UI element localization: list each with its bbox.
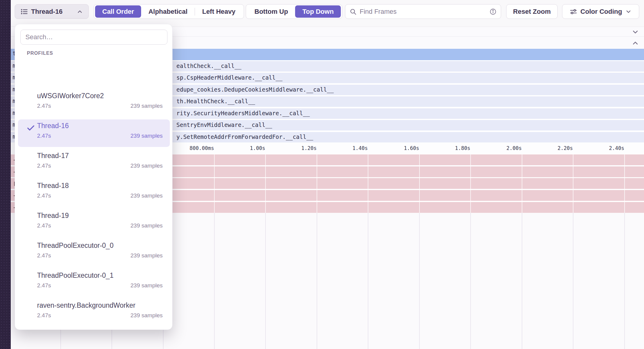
thread-option-duration: 2.47s [37, 252, 51, 259]
thread-option-name: raven-sentry.BackgroundWorker [37, 301, 135, 309]
color-coding-label: Color Coding [580, 8, 622, 16]
axis-tick: 2.00s [464, 145, 522, 151]
gridline [368, 154, 368, 213]
thread-option-duration: 2.47s [37, 222, 51, 229]
frame-text: th.HealthCheck.__call__ [176, 98, 255, 104]
thread-option-samples: 239 samples [130, 103, 163, 109]
axis-tick: 1.20s [259, 145, 317, 151]
gridline [214, 213, 215, 349]
search-icon [350, 8, 357, 15]
dropdown-search-input[interactable] [25, 33, 162, 41]
frame-text: rity.SecurityHeadersMiddleware.__call__ [176, 110, 310, 116]
gridline [214, 154, 215, 213]
thread-option[interactable]: Thread-19 2.47s 239 samples [18, 209, 170, 237]
axis-tick: 2.20s [515, 145, 573, 151]
thread-option[interactable]: Thread-18 2.47s 239 samples [18, 179, 170, 207]
gridline [317, 154, 317, 213]
thread-option-name: ThreadPoolExecutor-0_0 [37, 242, 114, 250]
frame-text: ealthCheck.__call__ [176, 63, 241, 69]
thread-option-name: Thread-17 [37, 152, 69, 160]
gridline [470, 154, 471, 213]
gridline [419, 154, 420, 213]
thread-option[interactable]: uWSGIWorker7Core2 2.47s 239 samples [18, 89, 170, 117]
thread-option[interactable]: ThreadPoolExecutor-0_1 2.47s 239 samples [18, 269, 170, 297]
axis-tick: 1.60s [361, 145, 419, 151]
axis-tick: 1.00s [207, 145, 265, 151]
frame-text: SentryEnvMiddleware.__call__ [176, 122, 272, 128]
thread-option-duration: 2.47s [37, 312, 51, 319]
thread-option-duration: 2.47s [37, 133, 51, 139]
gridline [624, 213, 625, 349]
gridline [573, 213, 573, 349]
thread-option-selected[interactable]: Thread-16 2.47s 239 samples [18, 119, 170, 147]
dropdown-section-label: PROFILES [27, 51, 53, 56]
thread-selector-button[interactable]: Thread-16 [15, 4, 89, 19]
toolbar: Thread-16 Call Order Alphabetical Left H… [11, 0, 644, 27]
dropdown-search [20, 30, 167, 45]
thread-option-samples: 239 samples [130, 192, 163, 199]
thread-option-samples: 239 samples [130, 312, 163, 319]
gridline [624, 154, 625, 213]
thread-option-samples: 239 samples [130, 133, 163, 139]
frame-text: edupe_cookies.DedupeCookiesMiddleware.__… [176, 86, 334, 93]
list-icon [20, 8, 28, 16]
segment-top-down[interactable]: Top Down [295, 5, 341, 18]
axis-tick: 1.40s [310, 145, 368, 151]
chevron-down-icon [625, 8, 632, 15]
gridline [265, 213, 266, 349]
thread-option-duration: 2.47s [37, 192, 51, 199]
thread-option-name: Thread-16 [37, 122, 69, 130]
thread-option-duration: 2.47s [37, 282, 51, 289]
gridline [419, 213, 420, 349]
gridline [317, 213, 317, 349]
thread-option[interactable]: Thread-17 2.47s 239 samples [18, 149, 170, 177]
thread-option[interactable]: ThreadPoolExecutor-0_0 2.47s 239 samples [18, 239, 170, 267]
gridline [368, 213, 368, 349]
chevron-down-icon[interactable] [631, 28, 639, 36]
thread-selector-dropdown: PROFILES uWSGIWorker7Core2 2.47s 239 sam… [15, 24, 173, 330]
thread-option-name: uWSGIWorker7Core2 [37, 92, 104, 100]
reset-zoom-label: Reset Zoom [513, 8, 551, 16]
find-frames-input[interactable] [360, 8, 486, 16]
gridline [573, 154, 573, 213]
thread-option-name: Thread-18 [37, 182, 69, 190]
thread-option-samples: 239 samples [130, 252, 163, 259]
frame-text: sp.CspHeaderMiddleware.__call__ [176, 74, 283, 81]
sort-segmented-control: Call Order Alphabetical Left Heavy [94, 4, 244, 19]
gridline [265, 154, 266, 213]
thread-option[interactable]: raven-sentry.BackgroundWorker 2.47s 239 … [18, 299, 170, 327]
reset-zoom-button[interactable]: Reset Zoom [506, 4, 558, 19]
profiler-main: Thread-16 Call Order Alphabetical Left H… [11, 0, 644, 349]
frame-text: y.SetRemoteAddrFromForwardedFor.__call__ [176, 133, 313, 140]
thread-option[interactable]: raven-sentry.BackgroundWorker 2.47s 239 … [18, 329, 170, 330]
gridline [470, 213, 471, 349]
thread-option-samples: 239 samples [130, 222, 163, 229]
thread-option-duration: 2.47s [37, 163, 51, 169]
gridline [522, 213, 522, 349]
thread-option-name: ThreadPoolExecutor-0_1 [37, 271, 114, 280]
thread-selector-label: Thread-16 [31, 8, 74, 16]
segment-left-heavy[interactable]: Left Heavy [195, 5, 242, 18]
thread-option-samples: 239 samples [130, 163, 163, 169]
check-icon [26, 124, 35, 133]
info-icon[interactable] [489, 8, 497, 15]
direction-segmented-control: Bottom Up Top Down [246, 4, 342, 19]
sliders-icon [570, 8, 577, 16]
axis-tick: 2.40s [566, 145, 624, 151]
axis-tick: 1.80s [412, 145, 470, 151]
segment-call-order[interactable]: Call Order [95, 5, 141, 18]
segment-bottom-up[interactable]: Bottom Up [247, 5, 295, 18]
find-frames-search [345, 4, 501, 19]
thread-option-name: Thread-19 [37, 212, 69, 220]
gridline [522, 154, 522, 213]
app-sidebar [0, 0, 11, 349]
color-coding-button[interactable]: Color Coding [562, 4, 639, 19]
thread-option-samples: 239 samples [130, 282, 163, 289]
thread-option-duration: 2.47s [37, 103, 51, 109]
chevron-up-icon[interactable] [631, 39, 639, 47]
chevron-up-icon [77, 8, 83, 15]
segment-alphabetical[interactable]: Alphabetical [141, 5, 195, 18]
